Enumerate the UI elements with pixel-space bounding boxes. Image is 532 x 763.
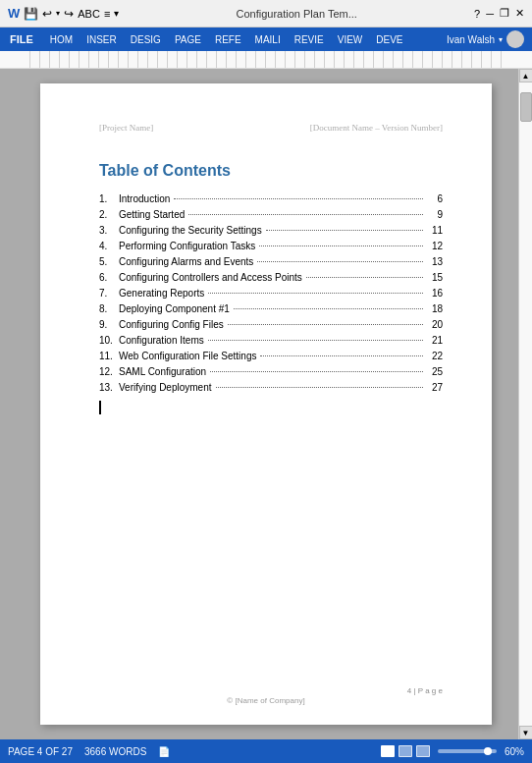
- web-layout-icon[interactable]: [416, 745, 430, 757]
- toc-dots: [234, 308, 423, 309]
- toc-item-num: 1.: [99, 193, 119, 204]
- status-left: PAGE 4 OF 27 3666 WORDS 📄: [8, 746, 170, 757]
- toc-item-num: 11.: [99, 351, 119, 361]
- close-btn[interactable]: ✕: [515, 7, 524, 20]
- toc-title: Table of Contents: [99, 162, 443, 180]
- restore-btn[interactable]: ❐: [500, 7, 509, 20]
- toc-item: 5. Configuring Alarms and Events 13: [99, 256, 443, 267]
- toc-item-page: 27: [427, 382, 443, 393]
- toc-item-label: Configuring the Security Settings: [119, 225, 262, 236]
- document-page: [Project Name] [Document Name – Version …: [40, 83, 492, 725]
- ribbon-tabs: HOM INSER DESIG PAGE REFE MAILI REVIE VI…: [43, 27, 439, 51]
- tab-developer[interactable]: DEVE: [369, 27, 409, 51]
- page-header: [Project Name] [Document Name – Version …: [99, 123, 443, 133]
- toc-dots: [257, 261, 423, 262]
- toc-dots: [208, 293, 423, 294]
- toc-dots: [174, 198, 423, 199]
- tab-design[interactable]: DESIG: [124, 27, 168, 51]
- scrollbar-vertical[interactable]: ▲ ▼: [518, 69, 532, 739]
- tab-view[interactable]: VIEW: [331, 27, 370, 51]
- scroll-up-btn[interactable]: ▲: [519, 69, 533, 82]
- undo-dropdown-icon[interactable]: ▾: [56, 9, 60, 18]
- toc-item-page: 15: [427, 272, 443, 283]
- tab-review[interactable]: REVIE: [288, 27, 331, 51]
- toc-dots: [228, 324, 423, 325]
- help-btn[interactable]: ?: [474, 8, 480, 20]
- zoom-thumb[interactable]: [484, 747, 492, 755]
- title-bar-title: Configuration Plan Tem...: [119, 8, 474, 20]
- user-dropdown-icon[interactable]: ▾: [499, 35, 503, 44]
- toc-item: 7. Generating Reports 16: [99, 288, 443, 299]
- toc-item-label: Getting Started: [119, 209, 185, 220]
- undo-icon[interactable]: ↩: [42, 7, 52, 21]
- toc-item-page: 18: [427, 303, 443, 314]
- header-project-name: [Project Name]: [99, 123, 153, 133]
- toc-item-num: 2.: [99, 209, 119, 220]
- save-icon[interactable]: 💾: [24, 7, 38, 21]
- toc-item-label: Verifying Deployment: [119, 382, 212, 393]
- toc-item: 13. Verifying Deployment 27: [99, 382, 443, 393]
- tab-mailings[interactable]: MAILI: [248, 27, 288, 51]
- toc-item-label: Introduction: [119, 193, 170, 204]
- spell-icon[interactable]: ABC: [78, 8, 100, 20]
- toc-dots: [306, 277, 423, 278]
- text-cursor: [99, 401, 101, 414]
- scroll-track: [519, 82, 532, 726]
- toc-item-label: Deploying Component #1: [119, 303, 230, 314]
- scroll-down-btn[interactable]: ▼: [519, 726, 533, 739]
- toc-item-page: 25: [427, 366, 443, 377]
- tab-home[interactable]: HOM: [43, 27, 80, 51]
- toc-item-page: 22: [427, 351, 443, 361]
- zoom-level: 60%: [505, 746, 524, 757]
- title-bar: W 💾 ↩ ▾ ↪ ABC ≡ ▾ Configuration Plan Tem…: [0, 0, 532, 27]
- toc-item-num: 9.: [99, 319, 119, 330]
- toc-item-page: 21: [427, 335, 443, 346]
- status-bar: PAGE 4 OF 27 3666 WORDS 📄 60%: [0, 739, 532, 763]
- tab-page[interactable]: PAGE: [168, 27, 208, 51]
- toc-item-label: Performing Configuration Tasks: [119, 241, 255, 251]
- toc-item: 1. Introduction 6: [99, 193, 443, 204]
- page-number: 4 | P a g e: [407, 686, 443, 695]
- read-mode-icon[interactable]: [399, 745, 412, 757]
- header-document-name: [Document Name – Version Number]: [310, 123, 443, 133]
- toc-item: 3. Configuring the Security Settings 11: [99, 225, 443, 236]
- toc-item-page: 11: [427, 225, 443, 236]
- title-bar-left: W 💾 ↩ ▾ ↪ ABC ≡ ▾: [8, 6, 119, 21]
- scroll-thumb[interactable]: [520, 92, 532, 122]
- toc-item-page: 20: [427, 319, 443, 330]
- toc-item: 4. Performing Configuration Tasks 12: [99, 241, 443, 251]
- tab-references[interactable]: REFE: [208, 27, 248, 51]
- toc-dots: [266, 230, 423, 231]
- toc-item-label: Configuring Config Files: [119, 319, 224, 330]
- toc-item: 9. Configuring Config Files 20: [99, 319, 443, 330]
- toc-item: 11. Web Configuration File Settings 22: [99, 351, 443, 361]
- word-logo-icon: W: [8, 6, 20, 21]
- toc-dots: [216, 387, 424, 388]
- toc-item-num: 8.: [99, 303, 119, 314]
- zoom-slider[interactable]: [438, 749, 497, 753]
- page-footer: © [Name of Company]: [40, 696, 492, 705]
- toc-item-label: Configuring Alarms and Events: [119, 256, 253, 267]
- file-tab[interactable]: FILE: [0, 27, 43, 51]
- user-avatar: [506, 30, 524, 48]
- toc-item: 6. Configuring Controllers and Access Po…: [99, 272, 443, 283]
- user-area[interactable]: Ivan Walsh ▾: [439, 30, 532, 48]
- toc-item: 2. Getting Started 9: [99, 209, 443, 220]
- toc-item-page: 16: [427, 288, 443, 299]
- customize-icon[interactable]: ≡: [104, 8, 110, 20]
- redo-icon[interactable]: ↪: [64, 7, 74, 21]
- title-bar-controls: ? ─ ❐ ✕: [474, 7, 524, 20]
- tab-insert[interactable]: INSER: [80, 27, 124, 51]
- toc-item-label: Web Configuration File Settings: [119, 351, 256, 361]
- toc-item-page: 13: [427, 256, 443, 267]
- toc-item-page: 9: [427, 209, 443, 220]
- toc-item-num: 12.: [99, 366, 119, 377]
- toc-item-num: 10.: [99, 335, 119, 346]
- toc-item: 10. Configuration Items 21: [99, 335, 443, 346]
- toc-item-page: 12: [427, 241, 443, 251]
- toc-list: 1. Introduction 6 2. Getting Started 9 3…: [99, 193, 443, 393]
- toc-item-label: SAML Configuration: [119, 366, 206, 377]
- toc-item: 8. Deploying Component #1 18: [99, 303, 443, 314]
- minimize-btn[interactable]: ─: [486, 8, 494, 20]
- print-layout-icon[interactable]: [381, 745, 395, 757]
